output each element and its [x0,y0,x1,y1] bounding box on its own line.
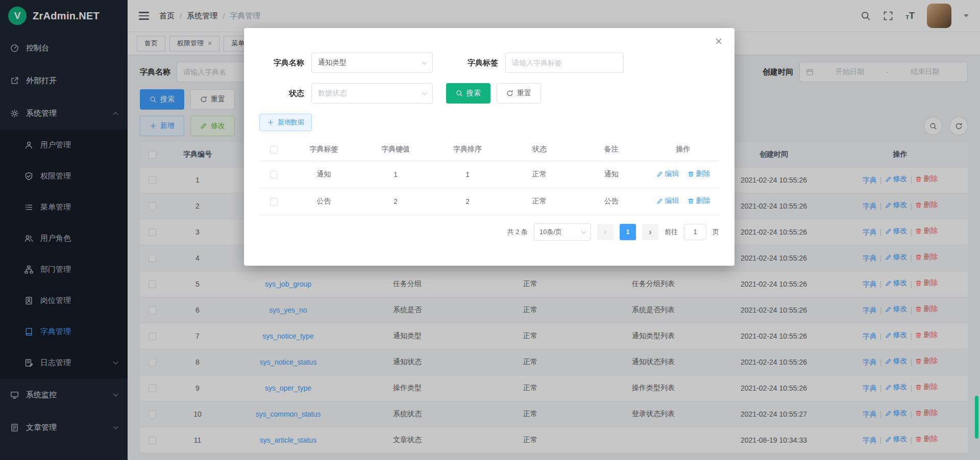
modal-column-header-3: 状态 [503,138,575,161]
chevron-down-icon [422,90,427,95]
modal-column-header-5: 操作 [647,138,719,161]
modal-column-header-0: 字典标签 [288,138,360,161]
modal-dict-label-label: 字典标签 [453,58,498,68]
pencil-icon [656,171,663,177]
modal-edit-link[interactable]: 编辑 [656,196,679,206]
page-size-value: 10条/页 [540,227,562,237]
current-page-button[interactable]: 1 [620,224,636,240]
modal-delete-link[interactable]: 删除 [688,169,710,178]
dict-data-row: 通知11正常通知编辑删除 [259,161,719,188]
add-data-button[interactable]: 新增数据 [259,114,312,131]
pagination: 共 2 条 10条/页 ‹ 1 › 前往 页 [259,223,719,241]
goto-page-input[interactable] [684,224,706,240]
cell-dict-value: 1 [360,161,432,188]
dict-data-table: 字典标签字典键值字典排序状态备注操作 通知11正常通知编辑删除公告22正常公告编… [259,138,719,215]
cell-remark: 通知 [575,161,647,188]
modal-row-checkbox[interactable] [270,171,278,178]
dialog-filter-form: 字典名称 通知类型 字典标签 状态 数据状态 搜索 重置 [259,53,719,131]
trash-icon [688,171,694,177]
chevron-down-icon [581,228,586,234]
modal-dict-name-label: 字典名称 [259,58,304,68]
status-placeholder: 数据状态 [318,89,347,98]
modal-delete-link[interactable]: 删除 [688,196,710,206]
trash-icon [688,198,694,205]
modal-edit-link[interactable]: 编辑 [656,169,679,178]
search-icon [456,90,463,97]
modal-search-button[interactable]: 搜索 [446,83,491,104]
pagination-total: 共 2 条 [507,227,528,237]
modal-column-header-1: 字典键值 [360,138,432,161]
modal-search-label: 搜索 [467,89,481,98]
plus-icon [267,119,274,126]
page-unit-label: 页 [713,227,719,237]
modal-status-select[interactable]: 数据状态 [311,83,433,104]
dict-data-row: 公告22正常公告编辑删除 [259,188,719,215]
dict-data-dialog: × 字典名称 通知类型 字典标签 状态 数据状态 搜索 重置 [244,28,734,266]
modal-reset-button[interactable]: 重置 [497,83,541,104]
chevron-down-icon [422,60,427,65]
modal-column-header-4: 备注 [575,138,647,161]
modal-status-label: 状态 [259,89,304,98]
modal-dict-label-input[interactable] [505,53,624,73]
refresh-icon [506,90,513,97]
modal-reset-label: 重置 [517,89,531,98]
modal-row-checkbox[interactable] [270,198,278,206]
modal-column-header-2: 字典排序 [432,138,504,161]
close-icon[interactable]: × [715,35,722,47]
modal-dict-name-select[interactable]: 通知类型 [311,53,433,73]
cell-dict-value: 2 [360,188,432,215]
pencil-icon [656,198,663,205]
modal-select-all-checkbox[interactable] [270,146,278,154]
cell-dict-sort: 1 [432,161,504,188]
cell-status: 正常 [503,188,575,215]
selected-dict-name: 通知类型 [318,58,347,67]
cell-remark: 公告 [575,188,647,215]
scrollbar-thumb[interactable] [975,396,978,439]
cell-actions: 编辑删除 [647,161,719,188]
cell-actions: 编辑删除 [647,188,719,215]
cell-status: 正常 [503,161,575,188]
goto-label: 前往 [665,227,678,237]
add-data-label: 新增数据 [278,118,304,127]
cell-dict-sort: 2 [432,188,504,215]
prev-page-button[interactable]: ‹ [597,224,614,240]
cell-dict-label: 公告 [288,188,360,215]
next-page-button[interactable]: › [642,224,658,240]
cell-dict-label: 通知 [288,161,360,188]
page-size-select[interactable]: 10条/页 [534,223,591,241]
